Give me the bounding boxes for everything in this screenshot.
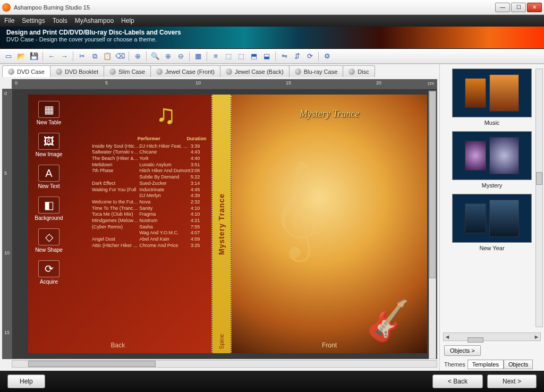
design-canvas[interactable]: ♫ Title Performer Duration Inside My Sou…: [12, 89, 437, 359]
toolbar-separator: [73, 52, 73, 61]
minimize-button[interactable]: —: [495, 3, 510, 12]
theme-new-year[interactable]: New Year: [452, 194, 532, 251]
scroll-left-icon[interactable]: ◄: [444, 334, 451, 340]
tab-slim-case[interactable]: Slim Case: [104, 65, 151, 77]
tab-jewel-case-front-[interactable]: Jewel Case (Front): [150, 65, 220, 77]
delete-icon[interactable]: ⌫: [115, 51, 125, 62]
zoom-in-icon[interactable]: ⊕: [163, 51, 173, 62]
tab-blu-ray-case[interactable]: Blu-ray Case: [289, 65, 344, 77]
save-icon[interactable]: 💾: [29, 51, 39, 62]
palette-new-table[interactable]: ▦New Table: [30, 99, 67, 127]
copy-icon[interactable]: ⧉: [89, 51, 100, 62]
theme-label: Mystery: [482, 182, 503, 189]
bring-front-icon[interactable]: ⬒: [249, 51, 259, 62]
menu-file[interactable]: File: [4, 17, 14, 24]
menu-tools[interactable]: Tools: [53, 17, 67, 24]
zoom-fit-icon[interactable]: 🔍: [150, 51, 160, 62]
send-back-icon[interactable]: ⬓: [261, 51, 272, 62]
track-cell: Attic (Hitcher Hiker & Dumont Remix): [92, 243, 139, 249]
maximize-button[interactable]: ☐: [511, 3, 526, 12]
flip-v-icon[interactable]: ⇵: [292, 51, 302, 62]
grid-icon[interactable]: ▦: [193, 51, 203, 62]
palette-acquire[interactable]: ⟳Acquire: [30, 258, 67, 287]
group-icon[interactable]: ⬚: [223, 51, 234, 62]
palette-background[interactable]: ◧Background: [30, 194, 67, 223]
ungroup-icon[interactable]: ⬚: [236, 51, 246, 62]
panel-tab-objects[interactable]: Objects: [504, 360, 533, 369]
palette-icon: A: [38, 165, 60, 182]
panel-hscroll[interactable]: ◄ ►: [443, 333, 541, 341]
palette-label: Acquire: [40, 279, 58, 285]
toolbar-separator: [42, 52, 43, 61]
palette-icon: 🖼: [38, 133, 60, 150]
panel-vscroll-thumb[interactable]: [536, 172, 542, 185]
banner: Design and Print CD/DVD/Blu-ray Disc-Lab…: [0, 27, 544, 49]
cut-icon[interactable]: ✂: [76, 51, 87, 62]
track-cell: 4:10: [191, 211, 207, 218]
disc-icon: [56, 69, 62, 75]
front-label: Front: [322, 342, 337, 349]
track-cell: 2:32: [191, 199, 207, 206]
track-list[interactable]: Title Performer Duration Inside My Soul …: [92, 136, 206, 249]
ruler-unit: cm: [428, 81, 434, 86]
scroll-right-icon[interactable]: ►: [533, 334, 540, 340]
tab-dvd-case[interactable]: DVD Case: [2, 65, 50, 77]
canvas-hscroll[interactable]: [12, 360, 437, 368]
vscroll-thumb[interactable]: [429, 91, 436, 278]
toolbar-separator: [189, 52, 190, 61]
cover-spine[interactable]: Mystery Trance Spine: [211, 95, 232, 353]
track-row: 7th PhaseHitch Hiker And Dumont3:06: [92, 168, 206, 174]
tab-disc[interactable]: Disc: [343, 65, 375, 77]
track-cell: 4:39: [191, 193, 207, 199]
track-cell: 5:22: [191, 174, 207, 181]
align-icon[interactable]: ≡: [210, 51, 221, 62]
track-row: Welcome to the Future (Extended)Nova2:32: [92, 199, 206, 206]
track-cell: (Cyber Remix): [92, 224, 139, 231]
zoom-out-icon[interactable]: ⊖: [175, 51, 186, 62]
flip-h-icon[interactable]: ⇋: [279, 51, 290, 62]
palette-new-text[interactable]: ANew Text: [30, 163, 67, 191]
next-button[interactable]: Next >: [487, 374, 537, 388]
paste-icon[interactable]: 📋: [102, 51, 113, 62]
menu-help[interactable]: Help: [121, 17, 134, 24]
ruler-tick: 10: [196, 80, 201, 86]
settings-icon[interactable]: ⚙: [322, 51, 333, 62]
menu-settings[interactable]: Settings: [22, 17, 45, 24]
tab-label: Jewel Case (Back): [235, 69, 284, 75]
back-button[interactable]: < Back: [432, 374, 483, 388]
panel-hscroll-thumb[interactable]: [468, 337, 483, 343]
help-button[interactable]: Help: [7, 374, 45, 388]
rotate-icon[interactable]: ⟳: [304, 51, 315, 62]
palette-icon: ▦: [38, 101, 60, 118]
col-duration: Duration: [186, 136, 206, 142]
menu-myashampoo[interactable]: MyAshampoo: [75, 17, 114, 24]
tab-dvd-booklet[interactable]: DVD Booklet: [50, 65, 104, 77]
ruler-horizontal: cm 05101520: [12, 79, 437, 89]
new-file-icon[interactable]: ▭: [3, 51, 14, 62]
objects-button[interactable]: Objects >: [444, 345, 481, 356]
tab-jewel-case-back-[interactable]: Jewel Case (Back): [220, 65, 290, 77]
redo-icon[interactable]: →: [59, 51, 70, 62]
track-row: Waiting For You (FullIndoctrinate4:45: [92, 187, 206, 193]
hscroll-thumb[interactable]: [28, 361, 156, 367]
close-button[interactable]: ✕: [527, 3, 542, 12]
tab-label: DVD Booklet: [65, 69, 98, 75]
panel-tab-templates[interactable]: Templates: [468, 360, 504, 369]
open-icon[interactable]: 📂: [16, 51, 27, 62]
tab-label: Jewel Case (Front): [165, 69, 215, 75]
ruler-tick: 0: [4, 91, 7, 96]
panel-vscroll[interactable]: [536, 69, 543, 327]
track-cell: Subtle By Demand: [139, 174, 191, 181]
palette-new-image[interactable]: 🖼New Image: [30, 131, 67, 159]
palette-label: Background: [35, 215, 63, 221]
palette-new-shape[interactable]: ◇New Shape: [30, 226, 67, 255]
cover-front[interactable]: 𝄞 🎸 Mystery Trance Front: [232, 95, 427, 353]
theme-music[interactable]: Music: [452, 69, 532, 126]
theme-mystery[interactable]: Mystery: [452, 131, 532, 189]
track-row: Inside My Soul (Hitch Hiker vs. Abel & K…: [92, 143, 206, 150]
track-cell: Sanity: [139, 206, 191, 212]
undo-icon[interactable]: ←: [46, 51, 57, 62]
canvas-vscroll[interactable]: [429, 91, 436, 359]
track-cell: 4:40: [191, 156, 207, 162]
target-icon[interactable]: ⊕: [132, 51, 143, 62]
